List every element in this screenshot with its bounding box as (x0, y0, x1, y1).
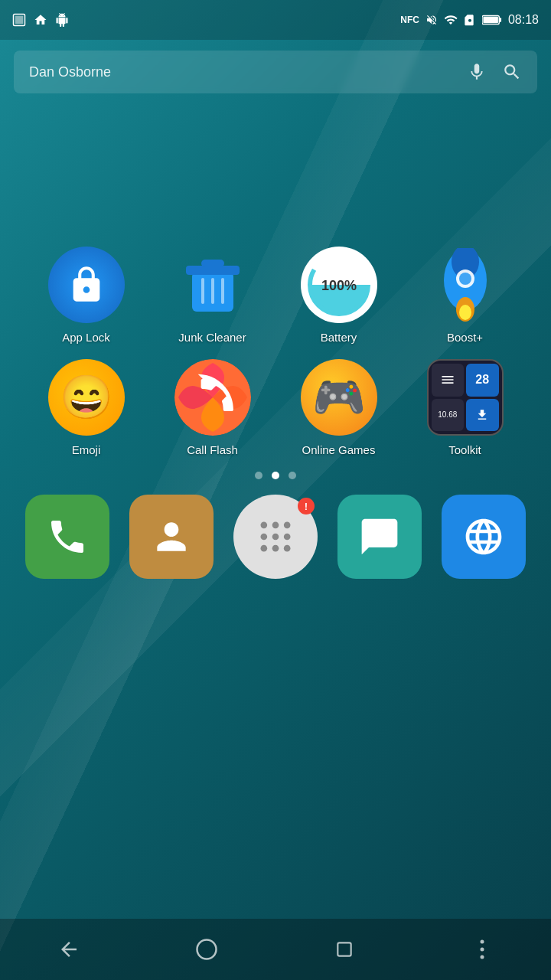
toolkit-cell-4 (466, 399, 499, 432)
svg-point-23 (261, 522, 268, 529)
mute-icon (425, 14, 438, 26)
callflash-label: Call Flash (187, 443, 238, 456)
dock-messages[interactable] (337, 495, 422, 579)
wallpaper (0, 0, 551, 980)
dock-contacts[interactable] (129, 495, 214, 579)
svg-point-27 (272, 534, 279, 541)
status-right-icons: NFC 08:18 (400, 13, 539, 27)
toolkit-cell-3: 10.68 (432, 399, 465, 432)
app-row-2: 😄 Emoji Call Flash (23, 359, 528, 456)
svg-point-30 (272, 545, 279, 552)
home-icon (34, 13, 47, 27)
app-item-junk[interactable]: Junk Cleaner (159, 247, 266, 344)
toolkit-cell-2: 28 (466, 364, 499, 397)
svg-point-25 (284, 522, 291, 529)
svg-rect-4 (483, 17, 498, 23)
battery-label: Battery (321, 331, 357, 344)
nav-home[interactable] (184, 926, 230, 972)
android-icon (55, 13, 69, 27)
status-bar: NFC 08:18 (0, 0, 551, 40)
emoji-icon: 😄 (48, 359, 125, 436)
svg-point-35 (481, 948, 484, 952)
svg-point-29 (261, 545, 268, 552)
toolkit-cell-1 (432, 364, 465, 397)
status-left-icons (12, 13, 69, 27)
app-item-emoji[interactable]: 😄 Emoji (33, 359, 140, 456)
svg-point-36 (481, 956, 484, 959)
svg-rect-7 (201, 260, 224, 267)
app-item-callflash[interactable]: Call Flash (159, 359, 266, 456)
dot-1[interactable] (255, 472, 262, 479)
app-item-toolkit[interactable]: 28 10.68 Toolkit (412, 359, 519, 456)
junk-label: Junk Cleaner (178, 331, 246, 344)
svg-rect-3 (499, 18, 501, 22)
nfc-label: NFC (400, 15, 419, 25)
app-item-applock[interactable]: App Lock (33, 247, 140, 344)
app-item-games[interactable]: 🎮 Online Games (285, 359, 393, 456)
clock: 08:18 (508, 13, 539, 27)
search-icon[interactable] (502, 62, 522, 82)
callflash-icon (174, 359, 251, 436)
svg-text:100%: 100% (321, 278, 356, 293)
nav-bar (0, 919, 551, 980)
screenshot-icon (12, 13, 26, 27)
search-text: Dan Osborne (29, 64, 467, 80)
applock-icon (48, 247, 125, 323)
toolkit-icon: 28 10.68 (427, 359, 504, 436)
games-icon: 🎮 (301, 359, 377, 436)
svg-point-24 (272, 522, 279, 529)
games-label: Online Games (302, 443, 376, 456)
junk-icon (174, 247, 251, 323)
dock-badge: ! (298, 498, 315, 514)
svg-point-34 (481, 940, 484, 944)
battery-status-icon (482, 14, 502, 26)
search-bar[interactable]: Dan Osborne (14, 51, 537, 93)
battery-icon: 100% (301, 247, 377, 323)
svg-rect-1 (15, 16, 24, 24)
app-grid: App Lock Junk Cleaner (0, 247, 551, 456)
svg-point-19 (459, 273, 471, 285)
dot-3[interactable] (289, 472, 296, 479)
svg-point-31 (284, 545, 291, 552)
nav-recents[interactable] (321, 926, 367, 972)
dock-drawer[interactable]: ! (233, 495, 318, 579)
page-dots (0, 472, 551, 479)
nav-back[interactable] (46, 926, 92, 972)
bottom-dock: ! (0, 495, 551, 579)
dock-browser[interactable] (442, 495, 526, 579)
app-row-1: App Lock Junk Cleaner (23, 247, 528, 344)
nav-more[interactable] (459, 926, 505, 972)
wifi-icon (444, 13, 458, 27)
dot-2[interactable] (272, 472, 279, 479)
boost-icon (427, 247, 504, 323)
toolkit-label: Toolkit (448, 443, 481, 456)
app-item-boost[interactable]: Boost+ (412, 247, 519, 344)
applock-label: App Lock (62, 331, 110, 344)
mic-icon[interactable] (467, 62, 487, 82)
dock-phone[interactable] (25, 495, 109, 579)
emoji-label: Emoji (72, 443, 101, 456)
app-item-battery[interactable]: 100% Battery (285, 247, 393, 344)
svg-point-21 (459, 305, 471, 320)
games-emoji: 🎮 (312, 372, 366, 423)
svg-point-26 (261, 534, 268, 541)
sim-icon (464, 14, 476, 26)
boost-label: Boost+ (447, 331, 483, 344)
dock-row: ! (15, 495, 536, 579)
emoji-face: 😄 (60, 372, 113, 423)
svg-point-28 (284, 534, 291, 541)
svg-point-32 (197, 940, 217, 959)
search-icons (467, 62, 522, 82)
svg-rect-33 (337, 942, 350, 956)
